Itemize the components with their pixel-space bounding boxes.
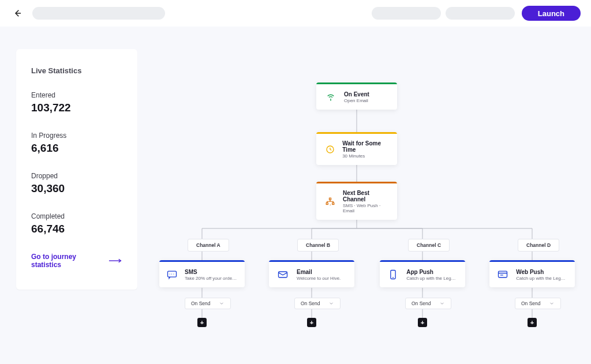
channel-subtitle: Catch up with the Legends! — [516, 276, 568, 281]
flow-canvas[interactable]: On Event Open Email Wait for Some Time 3… — [0, 27, 591, 364]
email-icon — [276, 268, 290, 282]
add-step-button-d[interactable] — [528, 318, 537, 327]
arrow-left-icon — [12, 8, 23, 18]
action-placeholder-2 — [446, 7, 515, 20]
chevron-down-icon — [439, 301, 445, 306]
top-bar: Launch — [0, 0, 591, 27]
on-send-label: On Send — [191, 301, 211, 306]
channel-card-app-push[interactable]: App Push Catch up with the Legends! — [380, 260, 465, 287]
mobile-icon — [387, 268, 399, 282]
on-send-label: On Send — [412, 301, 431, 306]
channel-tab-b[interactable]: Channel B — [297, 239, 339, 252]
svg-rect-20 — [279, 272, 287, 277]
node-subtitle: 30 Minutes — [342, 153, 389, 159]
add-step-button-b[interactable] — [307, 318, 316, 327]
flow-connectors — [0, 27, 591, 364]
add-step-button-c[interactable] — [418, 318, 427, 327]
node-subtitle: Open Email — [344, 98, 369, 103]
channel-title: App Push — [406, 269, 458, 275]
node-wait[interactable]: Wait for Some Time 30 Minutes — [316, 132, 397, 165]
channel-title: Email — [297, 269, 341, 275]
svg-rect-18 — [332, 202, 334, 204]
channel-title: Web Push — [516, 269, 568, 275]
clock-icon — [324, 143, 335, 156]
channel-card-web-push[interactable]: Web Push Catch up with the Legends! — [489, 260, 575, 287]
add-step-button-a[interactable] — [197, 318, 207, 327]
sms-icon — [166, 268, 178, 282]
channel-subtitle: Take 20% off your order with code ... — [185, 276, 238, 281]
on-send-dropdown-a[interactable]: On Send — [185, 298, 231, 309]
channel-tab-label: Channel D — [526, 242, 551, 248]
channel-tab-label: Channel B — [306, 242, 330, 248]
on-send-label: On Send — [301, 301, 320, 306]
channel-tab-label: Channel C — [417, 242, 441, 248]
channel-branch-icon — [324, 196, 336, 208]
node-title: On Event — [344, 91, 369, 97]
event-icon — [324, 91, 337, 103]
node-next-best-channel[interactable]: Next Best Channel SMS · Web Push · Email — [316, 182, 397, 220]
channel-tab-a[interactable]: Channel A — [188, 239, 229, 252]
chevron-down-icon — [549, 301, 555, 306]
channel-card-sms[interactable]: SMS Take 20% off your order with code ..… — [159, 260, 245, 287]
svg-rect-16 — [329, 198, 331, 200]
node-title: Wait for Some Time — [342, 140, 389, 153]
chevron-down-icon — [219, 301, 225, 306]
on-send-dropdown-b[interactable]: On Send — [294, 298, 341, 309]
chevron-down-icon — [328, 301, 334, 306]
channel-card-email[interactable]: Email Welcome to our Hive. — [269, 260, 354, 287]
title-placeholder — [32, 7, 165, 20]
back-button[interactable] — [10, 6, 24, 20]
on-send-label: On Send — [521, 301, 541, 306]
channel-tab-c[interactable]: Channel C — [408, 239, 450, 252]
node-title: Next Best Channel — [343, 190, 389, 202]
web-push-icon — [496, 268, 509, 282]
node-on-event[interactable]: On Event Open Email — [316, 82, 397, 110]
svg-rect-22 — [499, 271, 507, 277]
action-placeholder-1 — [372, 7, 441, 20]
svg-rect-17 — [326, 202, 328, 204]
channel-subtitle: Welcome to our Hive. — [297, 276, 341, 281]
on-send-dropdown-c[interactable]: On Send — [405, 298, 451, 309]
channel-subtitle: Catch up with the Legends! — [406, 276, 458, 281]
channel-title: SMS — [185, 269, 238, 275]
channel-tab-label: Channel A — [196, 242, 220, 248]
channel-tab-d[interactable]: Channel D — [518, 239, 559, 252]
on-send-dropdown-d[interactable]: On Send — [515, 298, 561, 309]
node-subtitle: SMS · Web Push · Email — [343, 203, 389, 213]
launch-button[interactable]: Launch — [522, 6, 581, 21]
